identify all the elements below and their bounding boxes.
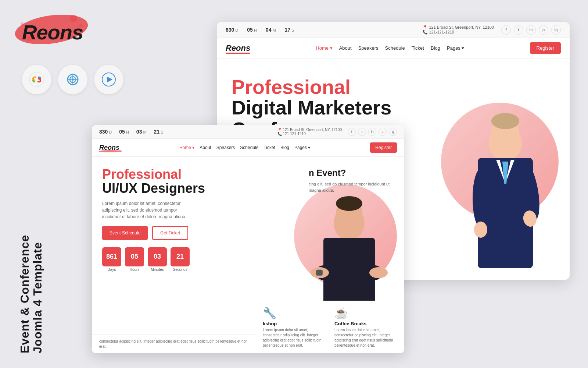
front-nav-links: Home ▾ About Speakers Schedule Ticket Bl… <box>179 145 310 150</box>
nav-home[interactable]: Home ▾ <box>316 45 332 51</box>
front-topbar-countdown: 830 D 05 H 03 M 21 S <box>99 129 164 135</box>
front-instagram-icon[interactable]: ig <box>389 128 397 136</box>
play-icon-circle[interactable] <box>94 65 123 94</box>
front-right-heading: n Event? <box>309 168 397 178</box>
svg-point-16 <box>491 113 519 129</box>
front-nav-speakers[interactable]: Speakers <box>216 145 235 150</box>
back-hero-professional: Professional <box>232 77 396 97</box>
coffee-icon: ☕ <box>334 307 399 319</box>
front-right-section: n Event? cing elit, sed do eiusmod tempo… <box>301 160 404 201</box>
instagram-icon[interactable]: ig <box>551 25 561 35</box>
countdown-minutes: 04 M <box>266 27 276 33</box>
workshop-icon: 🔧 <box>263 307 327 319</box>
nav-schedule[interactable]: Schedule <box>385 45 405 51</box>
back-hero-person <box>430 95 570 279</box>
back-navbar: Reons Home ▾ About Speakers Schedule Tic… <box>217 38 570 59</box>
icon-circles <box>22 65 123 94</box>
play-icon <box>101 71 117 88</box>
front-hero-buttons: Event Schedule Get Ticket <box>102 226 238 240</box>
facebook-icon[interactable]: f <box>501 25 511 35</box>
svg-point-25 <box>119 150 121 151</box>
twitter-icon[interactable]: t <box>514 25 523 35</box>
get-ticket-button[interactable]: Get Ticket <box>152 226 188 240</box>
countdown-hours: 05 H <box>247 27 257 33</box>
count-unit-hours: 05 Hours <box>125 247 144 272</box>
front-hero: Professional UI/UX Designers Lorem ipsum… <box>92 157 404 353</box>
back-topbar: 830 D 05 H 04 M 17 S 📍 121 Broad St, Gre… <box>217 22 570 38</box>
front-topbar: 830 D 05 H 03 M 21 S 📍 121 Broad St, Gre… <box>92 125 404 139</box>
back-topbar-right: 📍 121 Broad St, Greenport, NY, 12100 📞 1… <box>423 25 561 35</box>
linkedin-icon[interactable]: in <box>526 25 536 35</box>
front-bottom-section: 🔧 kshop Lorem ipsum dolor sit amet, cons… <box>257 301 404 353</box>
logo-underline-splash <box>97 150 123 153</box>
nav-about[interactable]: About <box>339 45 352 51</box>
front-hero-left: Professional UI/UX Designers Lorem ipsum… <box>92 157 248 353</box>
front-navbar-logo[interactable]: Reons <box>99 144 119 152</box>
coffee-item: ☕ Coffee Breaks Lorem ipsum dolor sit am… <box>334 307 399 348</box>
front-topbar-right: 📍 121 Broad St, Greenport, NY, 12100 📞 1… <box>277 128 397 136</box>
svg-point-24 <box>98 150 122 152</box>
joomla-icon <box>29 71 45 88</box>
logo-area: Reons <box>18 15 83 43</box>
coffee-title: Coffee Breaks <box>334 321 399 326</box>
workshop-title: kshop <box>263 321 327 326</box>
contact-info: 📍 121 Broad St, Greenport, NY, 12100 📞 1… <box>423 25 494 35</box>
workshop-item: 🔧 kshop Lorem ipsum dolor sit amet, cons… <box>263 307 327 348</box>
front-nav-home[interactable]: Home ▾ <box>179 145 194 150</box>
joomla-icon-circle[interactable] <box>22 65 51 94</box>
vertical-title: Event & Conference Joomla 4 Template <box>18 235 44 353</box>
embroider-icon-circle[interactable] <box>58 65 87 94</box>
front-countdown-days: 830 D <box>99 129 112 135</box>
front-card: 830 D 05 H 03 M 21 S 📍 121 Broad St, Gre… <box>92 125 404 353</box>
social-icons: f t in p ig <box>501 25 561 35</box>
logo-text: Reons <box>18 15 83 43</box>
svg-point-22 <box>474 222 487 238</box>
front-hero-professional: Professional <box>102 168 238 181</box>
front-nav-blog[interactable]: Blog <box>280 145 289 150</box>
front-linkedin-icon[interactable]: in <box>368 128 376 136</box>
back-topbar-countdown: 830 D 05 H 04 M 17 S <box>226 27 294 33</box>
front-hero-countdown: 861 Days 05 Hours 03 Minutes 21 Seconds <box>102 247 238 272</box>
count-unit-minutes: 03 Minutes <box>148 247 167 272</box>
count-unit-seconds: 21 Seconds <box>171 247 190 272</box>
count-unit-days: 861 Days <box>102 247 121 272</box>
front-countdown-seconds: 21 S <box>154 129 164 135</box>
nav-blog[interactable]: Blog <box>431 45 440 51</box>
svg-marker-12 <box>107 77 112 82</box>
nav-pages[interactable]: Pages ▾ <box>447 45 464 51</box>
front-twitter-icon[interactable]: t <box>358 128 366 136</box>
front-countdown-hours: 05 H <box>119 129 129 135</box>
back-register-button[interactable]: Register <box>530 42 561 54</box>
front-nav-pages[interactable]: Pages ▾ <box>294 145 310 150</box>
front-navbar: Reons Home ▾ About Speakers Schedule Tic… <box>92 139 404 157</box>
front-right-desc: cing elit, sed do eiusmod tempor incidid… <box>309 181 397 193</box>
nav-speakers[interactable]: Speakers <box>358 45 379 51</box>
nav-ticket[interactable]: Ticket <box>412 45 424 51</box>
front-hero-subtitle: UI/UX Designers <box>102 181 238 196</box>
front-contact-info: 📍 121 Broad St, Greenport, NY, 12100 📞 1… <box>277 128 342 136</box>
coffee-desc: Lorem ipsum dolor sit amet, consectetur … <box>334 328 399 348</box>
back-nav-links: Home ▾ About Speakers Schedule Ticket Bl… <box>316 45 464 51</box>
back-navbar-logo[interactable]: Reons <box>226 43 250 53</box>
front-facebook-icon[interactable]: f <box>348 128 356 136</box>
front-nav-schedule[interactable]: Schedule <box>240 145 258 150</box>
front-hero-desc: Lorem ipsum dolor sit amet, consectetur … <box>102 200 190 220</box>
svg-point-20 <box>473 169 489 228</box>
svg-point-5 <box>29 72 44 87</box>
front-register-button[interactable]: Register <box>370 142 397 153</box>
countdown-days: 830 D <box>226 27 238 33</box>
front-nav-ticket[interactable]: Ticket <box>263 145 275 150</box>
pinterest-icon[interactable]: p <box>539 25 548 35</box>
event-schedule-button[interactable]: Event Schedule <box>102 226 148 240</box>
embroider-icon <box>65 71 81 88</box>
front-nav-about[interactable]: About <box>200 145 211 150</box>
workshop-desc: Lorem ipsum dolor sit amet, consectetur … <box>263 328 327 348</box>
countdown-seconds: 17 S <box>285 27 294 33</box>
front-pinterest-icon[interactable]: p <box>379 128 387 136</box>
person-silhouette-back <box>448 99 562 279</box>
svg-rect-33 <box>316 270 323 276</box>
front-social-icons: f t in p ig <box>348 128 397 136</box>
front-countdown-minutes: 03 M <box>136 129 147 135</box>
svg-point-32 <box>369 267 388 278</box>
